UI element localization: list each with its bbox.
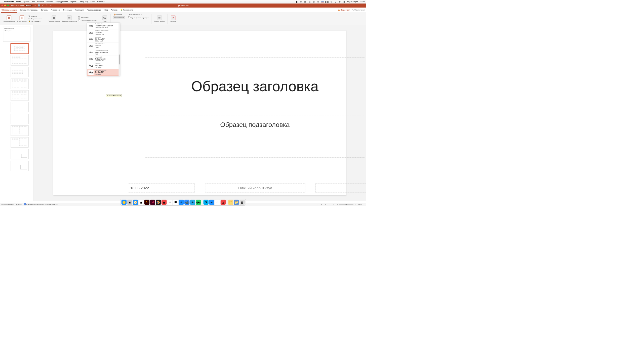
font-theme-item[interactable]: Aa TrebuchetMsTrebuchet MSTrebuchet MS — [87, 56, 120, 62]
zoom-window-button[interactable] — [7, 5, 9, 6]
wifi-icon[interactable]: ⚲ — [330, 1, 332, 3]
tab-transitions[interactable]: Переходы — [63, 8, 72, 11]
share-button[interactable]: 📤 Поделиться — [337, 8, 351, 11]
layout-thumbnail[interactable] — [11, 137, 29, 148]
layout-thumbnail[interactable] — [11, 79, 29, 89]
menubar-time[interactable]: 22:50 — [360, 1, 365, 3]
zoom-level[interactable]: 215 % — [357, 204, 362, 205]
spotlight-icon[interactable]: ⚲ — [334, 1, 337, 3]
dock-reminders-icon[interactable]: ☰ — [173, 200, 178, 205]
dock-folder-icon[interactable]: 📁 — [228, 200, 233, 205]
tray-icon[interactable]: ⊙ — [300, 1, 302, 3]
status-accessibility[interactable]: ♿ Специальные возможности: все в порядке — [24, 204, 57, 205]
menu-view[interactable]: Вид — [32, 1, 35, 3]
dock-app-icon[interactable]: ⌂ — [215, 200, 220, 205]
autosave-toggle[interactable]: ● ВЫКЛ. — [25, 5, 32, 6]
dock-safari-icon[interactable]: 🧭 — [133, 200, 138, 205]
scrollbar-thumb[interactable] — [119, 55, 120, 65]
dock-app-icon[interactable]: ◎ — [221, 200, 226, 205]
save-icon[interactable]: 💾 — [38, 4, 40, 7]
slidenumber-placeholder[interactable]: ‹#› — [315, 184, 366, 192]
title-placeholder[interactable]: Образец заголовка — [145, 58, 365, 115]
dock-app-icon[interactable]: ▦ — [162, 200, 167, 205]
layout-thumbnail[interactable] — [11, 125, 29, 136]
menubar-date[interactable]: Пт, 18 марта — [347, 1, 358, 3]
menu-window[interactable]: Окно — [91, 1, 95, 3]
layout-thumbnail[interactable] — [11, 90, 29, 101]
zoom-slider[interactable] — [339, 204, 353, 205]
create-master-button[interactable]: ▦ Создать образец — [3, 15, 15, 22]
undo-icon[interactable]: ↶ — [42, 4, 44, 7]
dock-mail-icon[interactable]: ✉ — [209, 200, 214, 205]
tray-icon[interactable]: ⊕ — [317, 1, 319, 3]
hide-bg-checkbox[interactable]: Скрыть фоновые рисунки — [128, 16, 149, 19]
font-theme-item[interactable]: Aa Office2007-2010CambriaCalibri — [87, 42, 120, 49]
comments-button[interactable]: 💬 Примечания — [352, 9, 365, 11]
dock-illustrator-icon[interactable]: Ai — [144, 200, 149, 205]
canvas-area[interactable]: Образец заголовка Образец подзаголовка 1… — [33, 25, 366, 201]
menu-format[interactable]: Формат — [47, 1, 53, 3]
master-layout-button[interactable]: ▦ Разметка образца — [47, 15, 60, 22]
normal-view-icon[interactable]: ▦ — [321, 203, 323, 205]
rename-button[interactable]: ✎Переименовать — [28, 18, 43, 20]
colors-dropdown[interactable]: 🎨Цвета▾ — [113, 13, 123, 16]
subtitle-placeholder[interactable]: Образец подзаголовка — [145, 118, 365, 158]
dock-figma-icon[interactable]: 🎨 — [156, 200, 161, 205]
tray-icon[interactable]: ⌘ — [304, 1, 306, 3]
layout-thumbnail[interactable]: Образец заголовка — [11, 43, 29, 54]
font-theme-item[interactable]: Aa FranklinGothicFranklin Gothic MediumF… — [87, 23, 120, 29]
battery-icon[interactable]: ▮▮▯ — [326, 1, 328, 3]
tab-home[interactable]: Домашняя страница — [19, 8, 38, 11]
dock-skype-icon[interactable]: S — [204, 200, 209, 205]
redo-icon[interactable]: ↷ — [46, 4, 48, 7]
slide-size-button[interactable]: ▭ Размер слайда — [154, 15, 165, 22]
layout-thumbnail[interactable] — [11, 114, 29, 124]
master-thumbnail[interactable]: Образец заголовка Образец текста · Второ… — [3, 27, 30, 42]
layout-thumbnail[interactable] — [11, 102, 29, 112]
font-theme-item[interactable]: Aa TimesNewRoman-ArialTimes New RomanAri… — [87, 49, 120, 56]
slideshow-view-icon[interactable]: ▯ — [333, 203, 335, 205]
dock-trash-icon[interactable]: 🗑 — [239, 200, 245, 205]
control-center-icon[interactable]: ⚙ — [339, 1, 341, 3]
app-name[interactable]: PowerPoint — [4, 1, 14, 3]
preserve-button[interactable]: 🔒Не изменять — [28, 20, 43, 22]
dock-chrome-icon[interactable]: ◉ — [139, 200, 144, 205]
bg-styles-dropdown[interactable]: ◧Стили фона▾ — [128, 13, 142, 16]
title-checkbox[interactable]: Заголовок — [78, 16, 96, 18]
reading-view-icon[interactable]: ▭ — [329, 203, 331, 205]
scrollbar[interactable] — [118, 23, 120, 76]
fonts-dropdown[interactable]: AaШрифты▾ — [113, 16, 125, 19]
font-theme-item[interactable]: Aa TwCenMTTw Cen MTTw Cen MT — [87, 62, 120, 69]
tray-icon[interactable]: ◐ — [296, 1, 298, 3]
zoom-in-button[interactable]: + — [355, 204, 356, 205]
tab-slide-master[interactable]: Образец слайдов — [1, 8, 17, 11]
footer-placeholder[interactable]: Нижний колонтитул — [205, 184, 305, 192]
dock-finder-icon[interactable]: 😊 — [122, 200, 127, 205]
menu-file[interactable]: Файл — [16, 1, 21, 3]
dock-whatsapp-icon[interactable]: �y — [196, 200, 201, 205]
input-flag-ru[interactable] — [321, 1, 324, 3]
footers-checkbox[interactable]: Нижние колонтитулы — [78, 19, 96, 21]
dock-zoom-icon[interactable]: 📹 — [184, 200, 189, 205]
sorter-view-icon[interactable]: ⊞ — [325, 203, 327, 205]
tab-draw[interactable]: Рисование — [50, 8, 60, 11]
themes-button[interactable]: Aa Темы — [101, 15, 108, 22]
dock-appstore-icon[interactable]: A — [179, 200, 184, 205]
zoom-out-button[interactable]: − — [337, 204, 338, 205]
menu-slideshow[interactable]: Слайд-шоу — [79, 1, 88, 3]
layout-thumbnail[interactable] — [11, 67, 29, 77]
close-window-button[interactable] — [2, 5, 3, 6]
dock-calendar-icon[interactable]: 18 — [167, 200, 172, 205]
tab-acrobat[interactable]: Acrobat — [111, 8, 118, 11]
delete-button[interactable]: 🗑Удалить — [28, 15, 43, 17]
date-placeholder[interactable]: 18.03.2022 — [128, 184, 194, 192]
font-theme-item[interactable]: Aa GillSansMtGill Sans MTGill Sans MT — [87, 36, 120, 42]
minimize-window-button[interactable] — [4, 5, 6, 6]
home-icon[interactable]: ⌂ — [34, 4, 36, 7]
status-mode[interactable]: Образец слайдов — [2, 204, 14, 205]
tray-icon[interactable]: ▭ — [308, 1, 311, 3]
tab-insert[interactable]: Вставка — [40, 8, 48, 11]
dock-indesign-icon[interactable]: Id — [150, 200, 155, 205]
insert-placeholder-button[interactable]: ▭ Вставить заполнитель — [61, 15, 77, 22]
more-icon[interactable]: ⋯ — [50, 4, 52, 7]
